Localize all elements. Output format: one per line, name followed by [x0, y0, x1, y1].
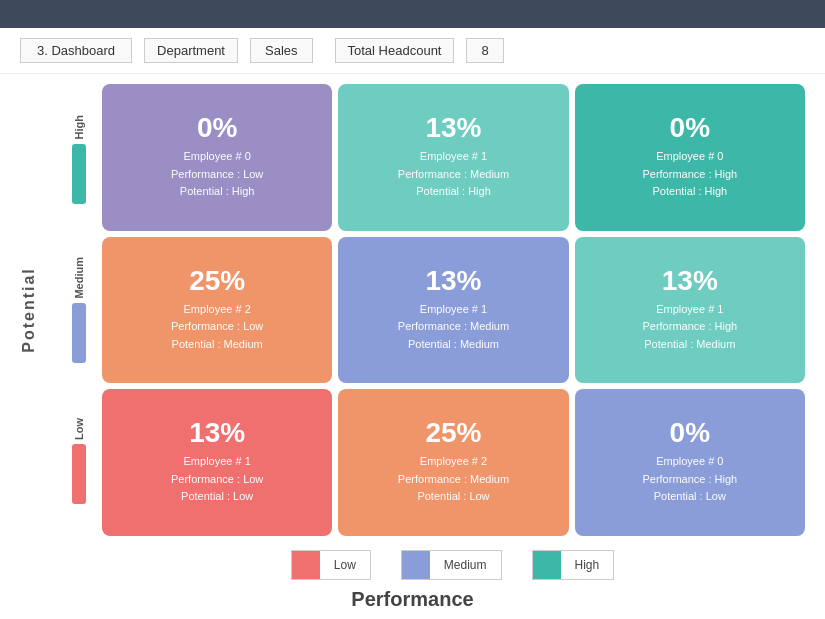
legend-label-high: High — [561, 558, 614, 572]
legend-swatch-medium — [402, 551, 430, 579]
row-label-medium-text: Medium — [73, 257, 85, 299]
legend-item-medium: Medium — [401, 550, 502, 580]
cell-percent-0-2: 0% — [670, 114, 710, 142]
grid-row-1: 25%Employee # 2Performance : LowPotentia… — [102, 237, 805, 384]
row-bar-medium — [72, 303, 86, 363]
dashboard-title: 3. Dashboard — [20, 38, 132, 63]
cell-percent-1-2: 13% — [662, 267, 718, 295]
bottom-area: LowMediumHigh Performance — [0, 544, 825, 619]
cell-percent-2-0: 13% — [189, 419, 245, 447]
grid-cell-2-2[interactable]: 0%Employee # 0Performance : HighPotentia… — [575, 389, 805, 536]
y-axis-container: Potential — [20, 84, 60, 536]
row-bar-low — [72, 444, 86, 504]
cell-info-0-1: Employee # 1Performance : MediumPotentia… — [398, 148, 509, 201]
cell-percent-1-1: 13% — [425, 267, 481, 295]
legend-item-high: High — [532, 550, 615, 580]
x-axis-label: Performance — [351, 588, 473, 611]
cell-percent-2-2: 0% — [670, 419, 710, 447]
grid-cell-0-2[interactable]: 0%Employee # 0Performance : HighPotentia… — [575, 84, 805, 231]
cell-info-2-2: Employee # 0Performance : HighPotential … — [642, 453, 737, 506]
legend-label-low: Low — [320, 558, 370, 572]
grid-cell-0-1[interactable]: 13%Employee # 1Performance : MediumPoten… — [338, 84, 568, 231]
row-bar-high — [72, 144, 86, 204]
cell-info-0-2: Employee # 0Performance : HighPotential … — [642, 148, 737, 201]
row-label-high-text: High — [73, 115, 85, 139]
cell-percent-1-0: 25% — [189, 267, 245, 295]
row-label-low-text: Low — [73, 418, 85, 440]
top-bar — [0, 0, 825, 28]
cell-percent-0-1: 13% — [425, 114, 481, 142]
grid-row-2: 13%Employee # 1Performance : LowPotentia… — [102, 389, 805, 536]
grid-cell-2-0[interactable]: 13%Employee # 1Performance : LowPotentia… — [102, 389, 332, 536]
legend-item-low: Low — [291, 550, 371, 580]
grid-cell-0-0[interactable]: 0%Employee # 0Performance : LowPotential… — [102, 84, 332, 231]
headcount-label: Total Headcount — [335, 38, 455, 63]
row-label-medium: Medium — [60, 235, 98, 386]
grid-row-0: 0%Employee # 0Performance : LowPotential… — [102, 84, 805, 231]
cell-info-2-1: Employee # 2Performance : MediumPotentia… — [398, 453, 509, 506]
grid-cell-2-1[interactable]: 25%Employee # 2Performance : MediumPoten… — [338, 389, 568, 536]
dept-value: Sales — [250, 38, 313, 63]
row-label-low: Low — [60, 385, 98, 536]
legend-row: LowMediumHigh — [291, 550, 614, 580]
cell-percent-0-0: 0% — [197, 114, 237, 142]
cell-info-2-0: Employee # 1Performance : LowPotential :… — [171, 453, 263, 506]
cell-info-0-0: Employee # 0Performance : LowPotential :… — [171, 148, 263, 201]
dept-label: Department — [144, 38, 238, 63]
main-container: 3. Dashboard Department Sales Total Head… — [0, 28, 825, 619]
row-labels: High Medium Low — [60, 84, 98, 536]
row-label-high: High — [60, 84, 98, 235]
grid-cell-1-2[interactable]: 13%Employee # 1Performance : HighPotenti… — [575, 237, 805, 384]
cell-percent-2-1: 25% — [425, 419, 481, 447]
grid-area: 0%Employee # 0Performance : LowPotential… — [102, 84, 805, 536]
headcount-value: 8 — [466, 38, 503, 63]
legend-swatch-low — [292, 551, 320, 579]
content-area: Potential High Medium Low 0%Employee # 0… — [0, 74, 825, 544]
legend-label-medium: Medium — [430, 558, 501, 572]
cell-info-1-0: Employee # 2Performance : LowPotential :… — [171, 301, 263, 354]
header: 3. Dashboard Department Sales Total Head… — [0, 28, 825, 74]
grid-cell-1-1[interactable]: 13%Employee # 1Performance : MediumPoten… — [338, 237, 568, 384]
cell-info-1-1: Employee # 1Performance : MediumPotentia… — [398, 301, 509, 354]
y-axis-label: Potential — [20, 267, 38, 353]
legend-swatch-high — [533, 551, 561, 579]
cell-info-1-2: Employee # 1Performance : HighPotential … — [642, 301, 737, 354]
grid-cell-1-0[interactable]: 25%Employee # 2Performance : LowPotentia… — [102, 237, 332, 384]
